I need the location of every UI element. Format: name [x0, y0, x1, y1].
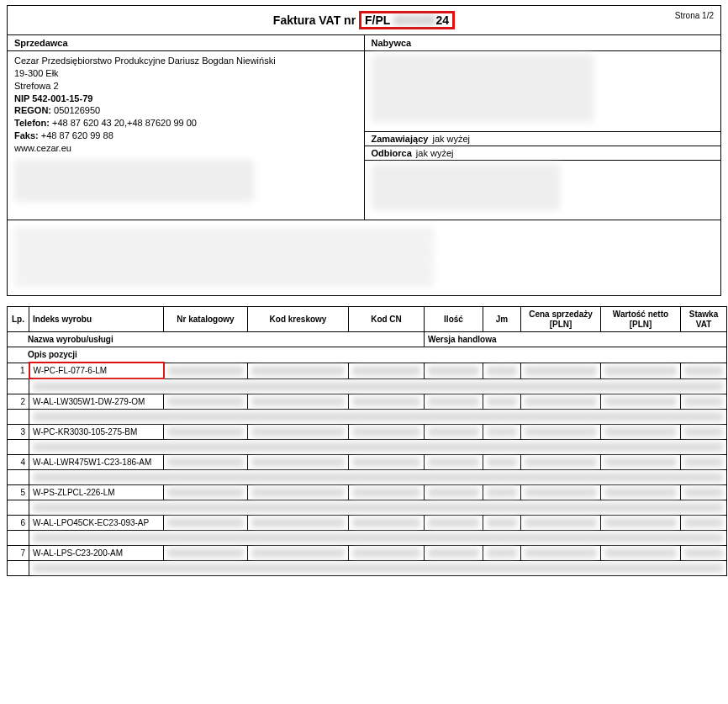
cell-lp: 7	[8, 546, 29, 561]
seller-phone: Telefon: +48 87 620 43 20,+48 87620 99 0…	[14, 117, 357, 130]
cell-cn: x	[349, 455, 425, 470]
cell-cena: x	[521, 425, 601, 440]
table-row: 6W-AL-LPO45CK-EC23-093-APxxxxxxxx	[8, 516, 727, 531]
cell-katalog: x	[164, 516, 248, 531]
cell-cena: x	[521, 546, 601, 561]
cell-lp-empty	[8, 500, 29, 516]
cell-kreskowy: x	[248, 394, 349, 410]
cell-lp: 2	[8, 394, 29, 410]
col-nazwa: Nazwa wyrobu/usługi	[8, 332, 425, 347]
cell-ilosc: x	[425, 485, 483, 500]
recipient-row: Odbiorca jak wyżej	[365, 146, 721, 161]
seller-regon-value: 050126950	[54, 105, 100, 115]
table-row: 2W-AL-LW305W1-DW-279-OMxxxxxxxx	[8, 394, 727, 410]
cell-kreskowy: x	[248, 516, 349, 531]
items-table-body: 1W-PC-FL-077-6-LMxxxxxxxxx2W-AL-LW305W1-…	[8, 363, 727, 576]
cell-katalog: x	[164, 455, 248, 470]
cell-cn: x	[349, 363, 425, 378]
col-lp: Lp.	[8, 307, 29, 332]
cell-lp: 6	[8, 516, 29, 531]
cell-lp: 3	[8, 425, 29, 440]
cell-wartosc: x	[601, 455, 681, 470]
invoice-number-prefix: F/PL	[365, 13, 390, 27]
table-row: 4W-AL-LWR475W1-C23-186-AMxxxxxxxx	[8, 455, 727, 470]
cell-lp-empty	[8, 531, 29, 546]
cell-stawka: x	[681, 455, 727, 470]
title-prefix: Faktura VAT nr	[273, 13, 356, 27]
cell-ilosc: x	[425, 546, 483, 561]
seller-fax: Faks: +48 87 620 99 88	[14, 130, 357, 142]
table-row: 7W-AL-LPS-C23-200-AMxxxxxxxx	[8, 546, 727, 561]
cell-jm: x	[483, 455, 521, 470]
col-kreskowy: Kod kreskowy	[248, 307, 349, 332]
cell-ilosc: x	[425, 455, 483, 470]
cell-stawka: x	[681, 516, 727, 531]
cell-cn: x	[349, 425, 425, 440]
recipient-value: jak wyżej	[416, 148, 454, 158]
table-row-desc: x	[8, 561, 727, 576]
recipient-redacted	[372, 164, 560, 210]
cell-stawka: x	[681, 485, 727, 500]
cell-code: W-AL-LWR475W1-C23-186-AM	[29, 455, 164, 470]
cell-lp-empty	[8, 378, 29, 394]
table-row-desc: x	[8, 500, 727, 516]
cell-wartosc: x	[601, 516, 681, 531]
cell-lp-empty	[8, 470, 29, 485]
cell-ilosc: x	[425, 394, 483, 410]
seller-phone-value: +48 87 620 43 20,+48 87620 99 00	[52, 118, 197, 128]
cell-stawka: x	[681, 546, 727, 561]
buyer-heading: Nabywca	[365, 35, 721, 51]
cell-lp-empty	[8, 410, 29, 425]
cell-katalog: x	[164, 546, 248, 561]
cell-cn: x	[349, 546, 425, 561]
recipient-body	[365, 161, 721, 220]
col-opis: Opis pozycji	[8, 347, 727, 363]
table-row-desc: x	[8, 440, 727, 455]
cell-katalog: x	[164, 485, 248, 500]
cell-kreskowy: x	[248, 546, 349, 561]
cell-code: W-PC-FL-077-6-LM	[29, 363, 164, 378]
cell-wartosc: x	[601, 363, 681, 378]
seller-regon: REGON: 050126950	[14, 104, 357, 117]
cell-katalog: x	[164, 394, 248, 410]
cell-kreskowy: x	[248, 455, 349, 470]
col-cena: Cena sprzedaży [PLN]	[521, 307, 601, 332]
cell-katalog: x	[164, 425, 248, 440]
cell-wartosc: x	[601, 485, 681, 500]
cell-lp: 5	[8, 485, 29, 500]
seller-www: www.cezar.eu	[14, 142, 357, 155]
page-indicator: Strona 1/2	[675, 11, 714, 20]
cell-jm: x	[483, 516, 521, 531]
cell-ilosc: x	[425, 425, 483, 440]
cell-stawka: x	[681, 394, 727, 410]
cell-ilosc: x	[425, 363, 483, 378]
buyer-body	[365, 51, 721, 131]
invoice-number-suffix: 24	[436, 13, 450, 27]
notes-row	[8, 220, 720, 295]
seller-fax-label: Faks:	[14, 130, 39, 140]
cell-lp-empty	[8, 561, 29, 576]
cell-desc: x	[29, 500, 727, 516]
cell-cena: x	[521, 485, 601, 500]
cell-jm: x	[483, 363, 521, 378]
buyer-column: Nabywca Zamawiający jak wyżej Odbiorca j…	[364, 35, 721, 220]
table-row: 5W-PS-ZLPCL-226-LMxxxxxxxx	[8, 485, 727, 500]
cell-katalog: x	[164, 363, 248, 378]
cell-lp: 1	[8, 363, 29, 378]
cell-jm: x	[483, 485, 521, 500]
cell-jm: x	[483, 425, 521, 440]
cell-ilosc: x	[425, 516, 483, 531]
cell-wartosc: x	[601, 394, 681, 410]
cell-lp: 4	[8, 455, 29, 470]
cell-code: W-AL-LPS-C23-200-AM	[29, 546, 164, 561]
cell-desc: x	[29, 561, 727, 576]
table-row-desc: x	[8, 531, 727, 546]
seller-extra-redacted	[14, 160, 254, 202]
orderer-row: Zamawiający jak wyżej	[365, 131, 721, 146]
cell-cena: x	[521, 394, 601, 410]
cell-desc: x	[29, 531, 727, 546]
col-ilosc: Ilość	[425, 307, 483, 332]
seller-street: Strefowa 2	[14, 80, 357, 93]
table-row-desc: x	[8, 410, 727, 425]
cell-cn: x	[349, 485, 425, 500]
